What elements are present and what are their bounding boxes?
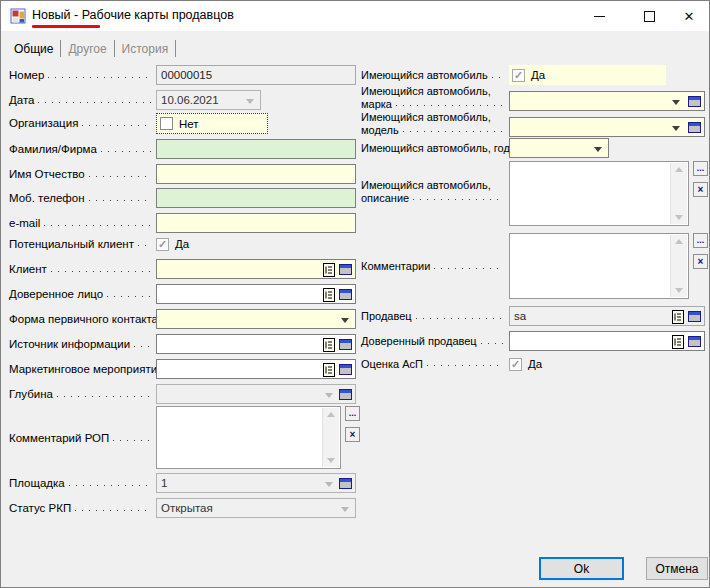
potential-checkbox <box>156 238 169 251</box>
list-select-icon[interactable] <box>323 288 335 302</box>
scrollbar[interactable] <box>322 408 339 467</box>
trustee-label: Доверенное лицо <box>9 284 155 304</box>
tab-separator <box>175 40 176 57</box>
seller-field: sa <box>509 306 705 326</box>
org-checkbox-group[interactable]: Нет <box>156 113 268 134</box>
info-source-label: Источник информации <box>9 334 155 354</box>
surname-field[interactable] <box>156 139 356 159</box>
marketing-label: Маркетинговое мероприятие <box>9 359 155 379</box>
chevron-down-icon[interactable] <box>594 147 602 152</box>
chevron-down-icon <box>246 99 254 104</box>
open-window-icon[interactable] <box>339 289 352 300</box>
site-field: 1 <box>156 473 356 493</box>
car-brand-label: Имеющийся автомобиль, марка <box>361 85 508 111</box>
surname-label: Фамилия/Фирма <box>9 139 155 159</box>
car-model-field[interactable] <box>509 117 705 137</box>
trusted-seller-field[interactable] <box>509 331 705 351</box>
tab-drugoe[interactable]: Другое <box>61 40 113 58</box>
potential-checkbox-label: Да <box>175 238 189 250</box>
car-label: Имеющийся автомобиль <box>361 65 508 85</box>
list-select-icon[interactable] <box>323 263 335 277</box>
minimize-button[interactable] <box>577 1 621 31</box>
potential-label: Потенциальный клиент <box>9 236 155 252</box>
chevron-down-icon[interactable] <box>672 100 680 105</box>
comments-clear-button[interactable]: × <box>693 254 708 269</box>
open-window-icon[interactable] <box>339 389 352 400</box>
car-year-field[interactable] <box>509 138 609 158</box>
org-checkbox-label: Нет <box>179 118 199 130</box>
open-window-icon[interactable] <box>339 364 352 375</box>
status-field: Открытая <box>156 498 356 518</box>
scroll-up-icon[interactable] <box>675 239 683 244</box>
seller-label: Продавец <box>361 306 508 326</box>
car-desc-textarea[interactable] <box>509 161 689 226</box>
car-desc-expand-button[interactable]: ... <box>693 161 708 176</box>
clear-icon: × <box>350 430 356 440</box>
chevron-down-icon[interactable] <box>672 126 680 131</box>
org-label: Организация <box>9 113 155 133</box>
scroll-up-icon[interactable] <box>327 412 335 417</box>
asp-score-checkbox-label: Да <box>528 358 542 370</box>
email-label: e-mail <box>9 213 155 233</box>
list-select-icon[interactable] <box>323 363 335 377</box>
open-window-icon[interactable] <box>339 478 352 489</box>
open-window-icon[interactable] <box>688 96 701 107</box>
scrollbar[interactable] <box>670 163 687 224</box>
rop-comment-expand-button[interactable]: ... <box>345 406 360 421</box>
open-window-icon[interactable] <box>339 264 352 275</box>
open-window-icon[interactable] <box>688 311 701 322</box>
close-button[interactable]: ✕ <box>667 1 710 31</box>
depth-field <box>156 384 356 404</box>
open-window-icon[interactable] <box>688 122 701 133</box>
email-field[interactable] <box>156 213 356 233</box>
rop-comment-label: Комментарий РОП <box>9 428 155 448</box>
tab-obshchie[interactable]: Общие <box>7 40 60 58</box>
cancel-button[interactable]: Отмена <box>646 557 708 580</box>
chevron-down-icon <box>325 393 333 398</box>
trusted-seller-label: Доверенный продавец <box>361 331 508 351</box>
trustee-field[interactable] <box>156 284 356 304</box>
scrollbar[interactable] <box>670 235 687 297</box>
list-select-icon[interactable] <box>672 310 684 324</box>
status-label: Статус РКП <box>9 498 155 518</box>
info-source-field[interactable] <box>156 334 356 354</box>
clear-icon: × <box>698 185 704 195</box>
asp-score-checkbox-group: Да <box>509 356 542 372</box>
car-model-label: Имеющийся автомобиль, модель <box>361 111 508 137</box>
scroll-down-icon[interactable] <box>327 458 335 463</box>
phone-label: Моб. телефон <box>9 188 155 208</box>
ok-button[interactable]: Ok <box>539 557 624 580</box>
list-select-icon[interactable] <box>672 335 684 349</box>
scroll-up-icon[interactable] <box>675 167 683 172</box>
chevron-down-icon[interactable] <box>341 318 349 323</box>
car-desc-clear-button[interactable]: × <box>693 182 708 197</box>
contact-form-field[interactable] <box>156 309 356 329</box>
client-label: Клиент <box>9 259 155 279</box>
scroll-down-icon[interactable] <box>675 288 683 293</box>
ellipsis-icon: ... <box>697 164 705 173</box>
rop-comment-textarea[interactable] <box>156 406 341 469</box>
scroll-down-icon[interactable] <box>675 215 683 220</box>
comments-textarea[interactable] <box>509 233 689 299</box>
ellipsis-icon: ... <box>697 236 705 245</box>
marketing-field[interactable] <box>156 359 356 379</box>
asp-score-label: Оценка АсП <box>361 356 508 372</box>
comments-expand-button[interactable]: ... <box>693 233 708 248</box>
nomer-field: 00000015 <box>156 65 356 85</box>
client-field[interactable] <box>156 259 356 279</box>
car-checkbox-group: Да <box>509 65 666 85</box>
maximize-button[interactable] <box>627 1 671 31</box>
open-window-icon[interactable] <box>688 336 701 347</box>
nomer-label: Номер <box>9 65 155 85</box>
car-desc-label: Имеющийся автомобиль, описание <box>361 179 508 205</box>
car-checkbox-label: Да <box>531 69 545 81</box>
open-window-icon[interactable] <box>339 339 352 350</box>
list-select-icon[interactable] <box>323 338 335 352</box>
tab-istoriya[interactable]: История <box>115 40 176 58</box>
org-checkbox[interactable] <box>160 117 173 130</box>
name-field[interactable] <box>156 164 356 184</box>
asp-score-checkbox <box>509 358 522 371</box>
car-brand-field[interactable] <box>509 91 705 111</box>
phone-field[interactable] <box>156 188 356 208</box>
rop-comment-clear-button[interactable]: × <box>345 427 360 442</box>
